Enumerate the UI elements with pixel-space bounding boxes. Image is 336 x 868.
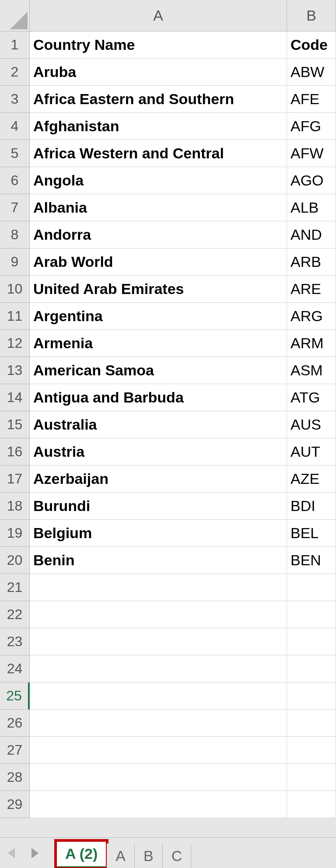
cell-A[interactable]: Andorra bbox=[30, 221, 287, 248]
row-header[interactable]: 13 bbox=[0, 357, 30, 384]
row-header[interactable]: 27 bbox=[0, 737, 30, 764]
cell-B[interactable] bbox=[287, 764, 336, 791]
cell-B[interactable] bbox=[287, 601, 336, 628]
cell-B[interactable]: ASM bbox=[287, 357, 336, 384]
row-header[interactable]: 14 bbox=[0, 384, 30, 411]
cell-A[interactable] bbox=[30, 682, 287, 710]
row-header[interactable]: 3 bbox=[0, 86, 30, 113]
cell-B[interactable]: AND bbox=[287, 221, 336, 248]
column-header-B[interactable]: B bbox=[287, 0, 336, 32]
table-row: 12ArmeniaARM bbox=[0, 330, 336, 357]
row-header[interactable]: 10 bbox=[0, 276, 30, 303]
cell-B[interactable] bbox=[287, 791, 336, 818]
cell-A[interactable]: Africa Eastern and Southern bbox=[30, 86, 287, 113]
table-row: 21 bbox=[0, 574, 336, 601]
row-header[interactable]: 24 bbox=[0, 655, 30, 682]
cell-A[interactable] bbox=[30, 737, 287, 764]
cell-B[interactable]: ARE bbox=[287, 276, 336, 303]
row-header[interactable]: 12 bbox=[0, 330, 30, 357]
row-header[interactable]: 16 bbox=[0, 438, 30, 466]
cell-B[interactable]: AFG bbox=[287, 113, 336, 140]
cell-A[interactable]: Angola bbox=[30, 167, 287, 194]
row-header[interactable]: 17 bbox=[0, 466, 30, 493]
cell-B[interactable]: ATG bbox=[287, 384, 336, 411]
cell-A[interactable]: Austria bbox=[30, 438, 287, 466]
row-header[interactable]: 18 bbox=[0, 493, 30, 520]
row-header[interactable]: 26 bbox=[0, 710, 30, 737]
cell-B[interactable]: BEL bbox=[287, 520, 336, 547]
cell-B[interactable]: ARG bbox=[287, 303, 336, 330]
cell-B[interactable]: AUT bbox=[287, 438, 336, 466]
cell-A[interactable]: Armenia bbox=[30, 330, 287, 357]
cell-B[interactable]: AFW bbox=[287, 140, 336, 167]
row-header[interactable]: 1 bbox=[0, 32, 30, 59]
cell-A[interactable]: American Samoa bbox=[30, 357, 287, 384]
cell-A[interactable]: Belgium bbox=[30, 520, 287, 547]
row-header[interactable]: 22 bbox=[0, 601, 30, 628]
cell-B[interactable]: AFE bbox=[287, 86, 336, 113]
cell-B[interactable]: ABW bbox=[287, 59, 336, 86]
cell-B[interactable] bbox=[287, 574, 336, 601]
cell-A[interactable]: Benin bbox=[30, 547, 287, 574]
cell-A[interactable] bbox=[30, 710, 287, 737]
cell-B[interactable] bbox=[287, 682, 336, 710]
table-row: 24 bbox=[0, 655, 336, 682]
cell-A[interactable]: Antigua and Barbuda bbox=[30, 384, 287, 411]
row-header[interactable]: 2 bbox=[0, 59, 30, 86]
cell-B[interactable] bbox=[287, 710, 336, 737]
cell-A[interactable]: Aruba bbox=[30, 59, 287, 86]
row-header[interactable]: 7 bbox=[0, 194, 30, 221]
cell-B[interactable]: ALB bbox=[287, 194, 336, 221]
cell-A[interactable]: Australia bbox=[30, 411, 287, 438]
sheet-tab-C[interactable]: C bbox=[163, 844, 192, 868]
cell-A[interactable] bbox=[30, 764, 287, 791]
cell-A[interactable]: Albania bbox=[30, 194, 287, 221]
row-header[interactable]: 15 bbox=[0, 411, 30, 438]
cell-A[interactable] bbox=[30, 628, 287, 655]
row-header[interactable]: 4 bbox=[0, 113, 30, 140]
cell-A[interactable]: Arab World bbox=[30, 248, 287, 276]
row-header[interactable]: 25 bbox=[0, 682, 30, 710]
sheet-nav-prev-icon[interactable] bbox=[8, 848, 15, 858]
table-row: 27 bbox=[0, 737, 336, 764]
sheet-nav-next-icon[interactable] bbox=[32, 848, 38, 858]
cell-A[interactable] bbox=[30, 791, 287, 818]
sheet-tab-B[interactable]: B bbox=[135, 844, 163, 868]
column-header-A[interactable]: A bbox=[30, 0, 287, 32]
cell-B[interactable] bbox=[287, 737, 336, 764]
row-header[interactable]: 21 bbox=[0, 574, 30, 601]
cell-A[interactable]: Burundi bbox=[30, 493, 287, 520]
cell-B[interactable] bbox=[287, 628, 336, 655]
cell-A[interactable] bbox=[30, 655, 287, 682]
cell-A[interactable]: Afghanistan bbox=[30, 113, 287, 140]
sheet-tab-A[interactable]: A bbox=[107, 844, 135, 868]
select-all-corner[interactable] bbox=[0, 0, 30, 32]
cell-A[interactable] bbox=[30, 601, 287, 628]
cell-B[interactable]: AUS bbox=[287, 411, 336, 438]
cell-B[interactable]: Code bbox=[287, 32, 336, 59]
cell-B[interactable] bbox=[287, 655, 336, 682]
cell-A[interactable]: Azerbaijan bbox=[30, 466, 287, 493]
row-header[interactable]: 6 bbox=[0, 167, 30, 194]
cell-B[interactable]: AZE bbox=[287, 466, 336, 493]
cell-A[interactable]: Country Name bbox=[30, 32, 287, 59]
row-header[interactable]: 5 bbox=[0, 140, 30, 167]
cell-A[interactable]: United Arab Emirates bbox=[30, 276, 287, 303]
cell-B[interactable]: BEN bbox=[287, 547, 336, 574]
row-header[interactable]: 9 bbox=[0, 248, 30, 276]
cell-B[interactable]: BDI bbox=[287, 493, 336, 520]
sheet-tab-active[interactable]: A (2) bbox=[56, 841, 107, 868]
cell-A[interactable]: Africa Western and Central bbox=[30, 140, 287, 167]
cell-B[interactable]: AGO bbox=[287, 167, 336, 194]
row-header[interactable]: 8 bbox=[0, 221, 30, 248]
row-header[interactable]: 20 bbox=[0, 547, 30, 574]
row-header[interactable]: 11 bbox=[0, 303, 30, 330]
cell-A[interactable] bbox=[30, 574, 287, 601]
row-header[interactable]: 19 bbox=[0, 520, 30, 547]
cell-B[interactable]: ARM bbox=[287, 330, 336, 357]
row-header[interactable]: 29 bbox=[0, 791, 30, 818]
cell-A[interactable]: Argentina bbox=[30, 303, 287, 330]
cell-B[interactable]: ARB bbox=[287, 248, 336, 276]
row-header[interactable]: 28 bbox=[0, 764, 30, 791]
row-header[interactable]: 23 bbox=[0, 628, 30, 655]
